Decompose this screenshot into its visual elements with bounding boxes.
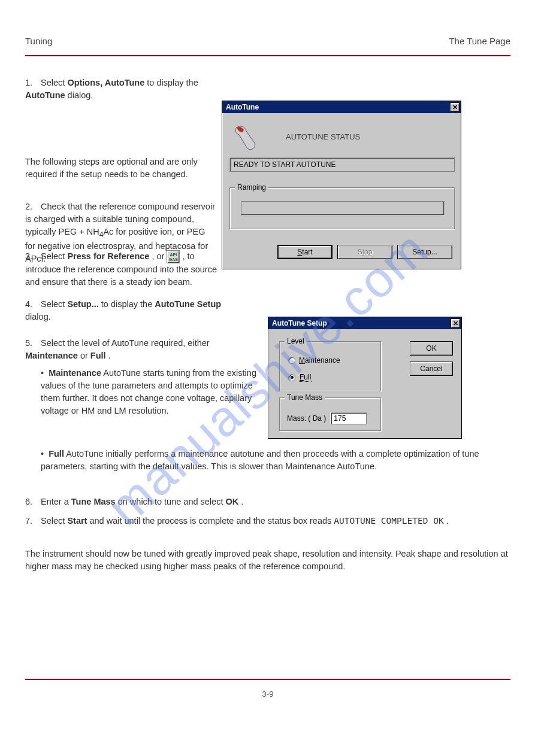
step-3-text-a: Select [41,251,67,261]
cancel-button[interactable]: Cancel [410,362,453,376]
step-5-num: 5. [25,337,38,350]
radio-maintenance-dot [288,357,295,364]
ramping-value [241,201,445,215]
autotune-status-field: READY TO START AUTOTUNE [229,157,455,172]
rule-top [25,55,510,56]
step-7: 7. Select Start and wait until the proce… [25,515,486,527]
step-1-num: 1. [25,77,38,89]
ok-button[interactable]: OK [410,341,453,356]
step-3-btn: Press for Reference [67,251,149,261]
step-3-text-b: , or [152,251,167,261]
step-1-menu: Options, AutoTune [67,78,144,87]
page-number: 3-9 [25,690,510,699]
autotune-buttons: Start Stop Setup... [222,245,461,263]
header-left: Tuning [25,36,52,46]
step-6-text-c: . [241,497,243,506]
mass-input[interactable] [331,412,367,424]
stop-button: Stop [337,245,392,259]
step-1-text-a: Select [41,78,67,87]
step-6: 6. Enter a Tune Mass on which to tune an… [25,496,486,508]
step-5: 5. Select the level of AutoTune required… [25,337,241,362]
step-7-status: AUTOTUNE COMPLETED OK [334,516,443,526]
step-4-text-b: to display the [101,299,155,309]
step-1-text-c: dialog. [68,90,93,100]
autotune-title: AutoTune [226,103,259,111]
rule-bottom [25,679,510,680]
step-6-btn: OK [225,497,238,506]
ramping-legend: Ramping [235,183,268,192]
step-6-text-b: on which to tune and select [118,497,226,506]
level-legend: Level [285,337,307,345]
step-4-text-c: dialog. [25,312,51,321]
steps-optional-note: The following steps are optional and are… [25,156,211,181]
step-7-text-b: and wait until the process is complete a… [89,516,334,526]
step-1: 1. Select Options, AutoTune to display t… [25,77,223,102]
bullet-2-head: Full [49,449,64,459]
step-5-text-a: Select the level of AutoTune required, e… [41,338,210,348]
step-5-opt1: Maintenance [25,351,78,360]
final-paragraph: The instrument should now be tuned with … [25,548,510,573]
bullet-maintenance: • Maintenance AutoTune starts tuning fro… [41,367,256,417]
step-7-num: 7. [25,515,38,527]
step-4-num: 4. [25,298,38,311]
ramping-group: Ramping [229,187,455,229]
tune-mass-legend: Tune Mass [285,393,325,402]
radio-full[interactable]: Full [288,373,312,382]
setup-buttons: OK Cancel [410,341,453,376]
step-5-tail: . [108,351,111,360]
bullet-1-head: Maintenance [49,368,101,378]
autotune-status-text: READY TO START AUTOTUNE [234,160,336,169]
step-6-num: 6. [25,496,38,508]
step-7-tail: . [446,516,449,526]
tune-wrench-icon [233,125,257,150]
step-5-opt2: Full [90,351,106,360]
step-1-dlg: AutoTune [25,90,65,100]
setup-titlebar: AutoTune Setup ✕ [268,317,461,329]
step-3-num: 3. [25,250,38,263]
level-group: Level Maintenance Full [279,341,381,391]
autotune-status-heading: AUTOTUNE STATUS [286,132,360,141]
step-4-text-a: Select [41,299,67,309]
step-7-btn: Start [67,516,87,526]
step-2-num: 2. [25,201,38,213]
start-button[interactable]: Start [277,245,333,259]
step-3: 3. Select Press for Reference , or APIGA… [25,250,220,289]
autotune-titlebar: AutoTune ✕ [222,101,461,113]
close-icon[interactable]: ✕ [451,318,460,328]
step-4-dlg: AutoTune Setup [155,299,221,309]
close-icon[interactable]: ✕ [450,102,460,112]
setup-button[interactable]: Setup... [397,245,452,259]
setup-title: AutoTune Setup [272,319,327,327]
step-6-opt: Tune Mass [71,497,116,506]
radio-maintenance[interactable]: Maintenance [288,356,340,365]
autotune-setup-dialog: AutoTune Setup ✕ Level Maintenance Full … [268,317,462,439]
api-gas-icon[interactable]: APIGAS [167,250,180,263]
autotune-dialog: AutoTune ✕ AUTOTUNE STATUS READY TO STAR… [222,101,461,269]
radio-full-dot [288,374,295,381]
step-7-text-a: Select [41,516,67,526]
mass-label: Mass: ( Da ) [287,414,326,423]
step-5-mid: or [80,351,90,360]
step-4: 4. Select Setup... to display the AutoTu… [25,298,241,323]
bullet-2-body: AutoTune initially performs a maintenanc… [41,449,479,471]
bullet-full: • Full AutoTune initially performs a mai… [41,448,502,473]
tune-mass-group: Tune Mass Mass: ( Da ) [279,397,381,431]
step-1-text-b: to display the [147,78,198,87]
page-frame: Tuning The Tune Page 1. Select Options, … [25,0,510,756]
step-4-btn: Setup... [67,299,98,309]
header-right: The Tune Page [449,36,510,46]
step-6-text-a: Enter a [41,497,71,506]
